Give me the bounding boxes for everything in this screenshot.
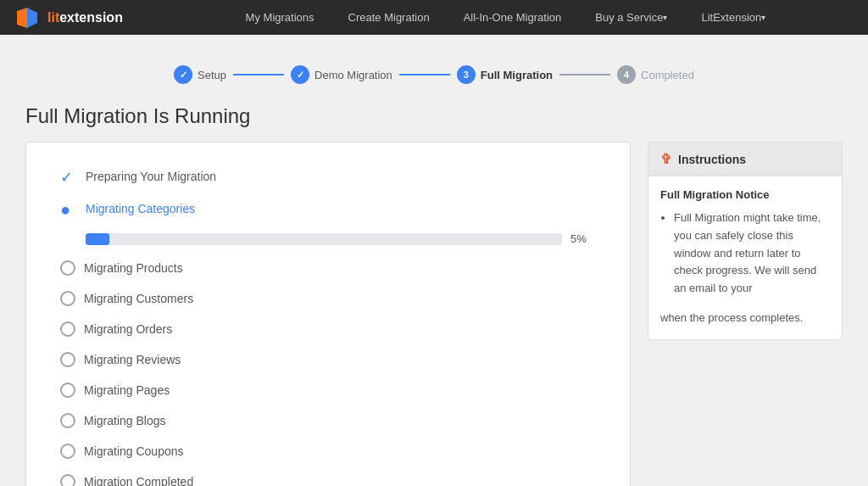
step-2-label: Demo Migration <box>314 69 392 81</box>
step-1-circle: ✓ <box>174 65 192 84</box>
logo-icon <box>14 4 41 31</box>
step-4-label: Completed <box>641 69 694 81</box>
nav-litextension[interactable]: LitExtension <box>684 0 782 35</box>
nav-links: My Migrations Create Migration All-In-On… <box>157 0 854 35</box>
pending-circle-icon-orders <box>60 321 75 337</box>
instructions-list-item: Full Migration might take time, you can … <box>674 209 830 298</box>
logo[interactable]: litextension <box>14 4 123 31</box>
instructions-body: Full Migration Notice Full Migration mig… <box>648 176 843 340</box>
migration-step-customers-label: Migrating Customers <box>84 292 193 305</box>
main-layout: ✓ Preparing Your Migration ● Migrating C… <box>25 142 843 486</box>
stepper: ✓ Setup ✓ Demo Migration 3 Full Migratio… <box>25 65 843 84</box>
instructions-extra-text: when the process completes. <box>660 310 830 327</box>
nav-create-migration[interactable]: Create Migration <box>331 0 447 35</box>
migration-step-categories: ● Migrating Categories <box>60 200 596 217</box>
step-connector-3 <box>559 74 610 75</box>
done-check-icon: ✓ <box>60 168 77 185</box>
migration-step-completed-label: Migration Completed <box>84 475 193 486</box>
active-circle-icon: ● <box>60 200 77 217</box>
instructions-notice-title: Full Migration Notice <box>660 188 830 201</box>
navbar: litextension My Migrations Create Migrat… <box>0 0 868 35</box>
pending-circle-icon-completed <box>60 474 75 486</box>
migration-step-products: Migrating Products <box>60 260 596 276</box>
pending-circle-icon-products <box>60 260 75 276</box>
migration-step-products-label: Migrating Products <box>84 261 183 275</box>
step-1-label: Setup <box>198 69 226 81</box>
migration-step-reviews: Migrating Reviews <box>60 352 596 367</box>
svg-marker-0 <box>17 8 27 28</box>
nav-my-migrations[interactable]: My Migrations <box>229 0 331 35</box>
progress-percent-label: 5% <box>570 232 596 245</box>
migration-step-reviews-label: Migrating Reviews <box>84 353 181 366</box>
step-4-circle: 4 <box>617 65 636 84</box>
step-completed: 4 Completed <box>617 65 694 84</box>
pending-circle-icon-reviews <box>60 352 75 367</box>
step-3-circle: 3 <box>457 65 476 84</box>
logo-text: litextension <box>47 10 123 25</box>
page-title: Full Migration Is Running <box>25 104 843 128</box>
step-demo-migration: ✓ Demo Migration <box>291 65 392 84</box>
step-connector-1 <box>233 74 284 75</box>
pending-circle-icon-customers <box>60 291 75 306</box>
step-setup: ✓ Setup <box>174 65 226 84</box>
instructions-header: ✞ Instructions <box>648 142 843 176</box>
migration-step-blogs-label: Migrating Blogs <box>84 414 166 427</box>
pending-circle-icon-coupons <box>60 444 75 459</box>
migration-step-blogs: Migrating Blogs <box>60 413 596 428</box>
svg-marker-1 <box>27 8 37 28</box>
migration-step-pages-label: Migrating Pages <box>84 383 170 397</box>
instructions-list: Full Migration might take time, you can … <box>660 209 830 298</box>
migration-step-preparing-label: Preparing Your Migration <box>86 170 216 183</box>
progress-bar-fill <box>86 233 109 245</box>
migration-step-orders-label: Migrating Orders <box>84 322 172 336</box>
step-full-migration: 3 Full Migration <box>457 65 553 84</box>
progress-container: 5% <box>60 232 596 245</box>
migration-step-customers: Migrating Customers <box>60 291 596 306</box>
nav-buy-service[interactable]: Buy a Service <box>578 0 684 35</box>
nav-all-in-one-migration[interactable]: All-In-One Migration <box>447 0 579 35</box>
step-2-circle: ✓ <box>291 65 309 84</box>
migration-step-coupons-label: Migrating Coupons <box>84 444 184 458</box>
pending-circle-icon-pages <box>60 383 75 398</box>
migration-step-coupons: Migrating Coupons <box>60 444 596 459</box>
instructions-panel: ✞ Instructions Full Migration Notice Ful… <box>648 142 843 340</box>
migration-step-categories-label: Migrating Categories <box>86 202 195 215</box>
progress-bar-background <box>86 233 562 245</box>
step-3-label: Full Migration <box>481 69 553 81</box>
migration-step-orders: Migrating Orders <box>60 321 596 337</box>
migration-step-pages: Migrating Pages <box>60 383 596 398</box>
page-content: ✓ Setup ✓ Demo Migration 3 Full Migratio… <box>0 35 868 486</box>
instructions-title: Instructions <box>678 153 746 166</box>
migration-step-preparing: ✓ Preparing Your Migration <box>60 168 596 185</box>
instructions-icon: ✞ <box>660 151 671 167</box>
step-connector-2 <box>399 74 450 75</box>
migration-step-completed-item: Migration Completed <box>60 474 596 486</box>
pending-circle-icon-blogs <box>60 413 75 428</box>
migration-panel: ✓ Preparing Your Migration ● Migrating C… <box>25 142 631 486</box>
